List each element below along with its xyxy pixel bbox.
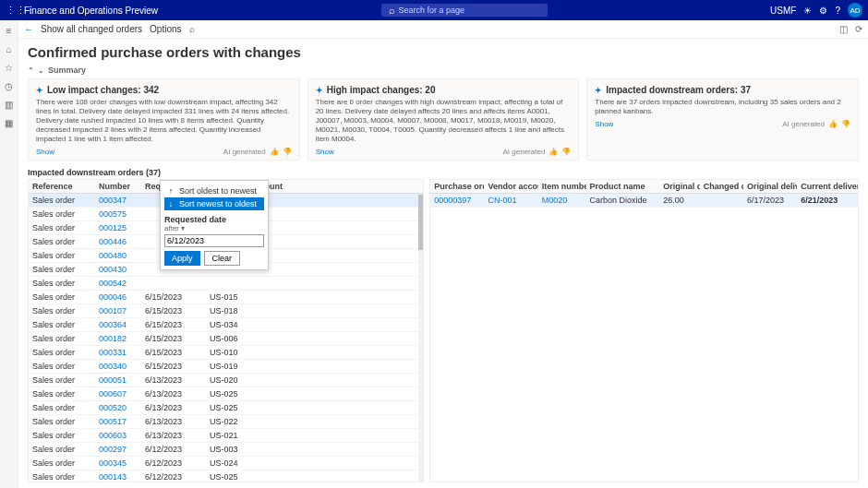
cell-number[interactable]: 000143 — [95, 470, 141, 481]
cell-number[interactable]: 000340 — [95, 360, 141, 373]
chevron-down-icon[interactable]: ▾ — [181, 224, 185, 232]
clear-button[interactable]: Clear — [204, 251, 241, 266]
table-row[interactable]: Sales order0003406/15/2023US-019 — [29, 360, 423, 374]
bell-icon[interactable]: ☀ — [803, 6, 812, 16]
home-icon[interactable]: ⌂ — [3, 42, 16, 55]
details-header[interactable]: Purchase order Vendor account Item numbe… — [430, 180, 858, 194]
cell-number[interactable]: 000517 — [95, 415, 141, 428]
filter-date-input[interactable] — [164, 234, 264, 247]
col-vendor[interactable]: Vendor account — [484, 180, 537, 193]
thumbs-down-icon[interactable]: 👎 — [841, 120, 850, 128]
show-all-link[interactable]: Show all changed orders — [41, 24, 142, 34]
thumbs-down-icon[interactable]: 👎 — [283, 148, 292, 156]
col-curr-date[interactable]: Current delivery date — [797, 180, 858, 193]
apply-button[interactable]: Apply — [164, 251, 200, 266]
help-icon[interactable]: ? — [835, 6, 840, 16]
filter-popup: ↑Sort oldest to newest ↓Sort newest to o… — [160, 180, 269, 270]
cell-number[interactable]: 000520 — [95, 401, 141, 414]
cell-number[interactable]: 000364 — [95, 318, 141, 331]
col-orig-qty[interactable]: Original q... — [659, 180, 699, 193]
details-body[interactable]: 00000397CN-001M0020Carbon Dioxide26.006/… — [430, 194, 858, 481]
cell-po[interactable]: 00000397 — [430, 194, 484, 207]
col-reference[interactable]: Reference — [29, 180, 95, 193]
cell-account: US-018 — [206, 304, 307, 317]
col-chg-qty[interactable]: Changed q... — [700, 180, 743, 193]
waffle-icon[interactable]: ⋮⋮⋮ — [6, 5, 20, 17]
thumbs-down-icon[interactable]: 👎 — [561, 148, 571, 156]
table-row[interactable]: Sales order0006036/13/2023US-021 — [29, 429, 423, 443]
card-show-link[interactable]: Show — [595, 120, 613, 128]
scrollbar[interactable] — [418, 195, 423, 482]
star-icon[interactable]: ☆ — [3, 61, 16, 74]
gear-icon[interactable]: ⚙ — [819, 6, 827, 16]
cell-vendor[interactable]: CN-001 — [484, 194, 537, 207]
card-show-link[interactable]: Show — [36, 148, 54, 156]
cell-number[interactable]: 000125 — [95, 221, 141, 234]
cell-number[interactable]: 000480 — [95, 249, 141, 262]
table-row[interactable]: Sales order0001826/15/2023US-006 — [29, 332, 423, 346]
company-label[interactable]: USMF — [770, 6, 796, 16]
cell-number[interactable]: 000297 — [95, 443, 141, 456]
cell-number[interactable]: 000430 — [95, 263, 141, 276]
sort-desc-icon: ↓ — [166, 199, 175, 208]
thumbs-up-icon[interactable]: 👍 — [549, 148, 558, 156]
table-row[interactable]: Sales order0005176/13/2023US-022 — [29, 415, 423, 429]
cell-ref: Sales order — [29, 235, 95, 248]
cell-date: 6/15/2023 — [141, 346, 206, 359]
table-row[interactable]: Sales order0000466/15/2023US-015 — [29, 291, 423, 304]
table-row[interactable]: 00000397CN-001M0020Carbon Dioxide26.006/… — [430, 194, 858, 208]
cell-number[interactable]: 000107 — [95, 304, 141, 317]
cell-number[interactable]: 000607 — [95, 387, 141, 400]
cell-ref: Sales order — [29, 249, 95, 262]
sort-desc[interactable]: ↓Sort newest to oldest — [164, 197, 264, 210]
refresh-icon[interactable]: ⟳ — [855, 24, 862, 34]
cell-number[interactable]: 000446 — [95, 235, 141, 248]
cell-number[interactable]: 000542 — [95, 277, 141, 290]
cell-account — [206, 277, 307, 290]
hamburger-icon[interactable]: ≡ — [3, 24, 16, 37]
card-show-link[interactable]: Show — [316, 148, 334, 156]
table-row[interactable]: Sales order0006076/13/2023US-025 — [29, 387, 423, 401]
search-input[interactable]: ⌕ Search for a page — [381, 4, 548, 17]
cell-number[interactable]: 000051 — [95, 374, 141, 387]
col-number[interactable]: Number — [95, 180, 141, 193]
avatar[interactable]: AD — [848, 3, 862, 18]
attach-icon[interactable]: ◫ — [839, 24, 848, 34]
table-row[interactable]: Sales order000542 — [29, 277, 423, 291]
cell-date: 6/12/2023 — [141, 457, 206, 470]
clock-icon[interactable]: ◷ — [3, 79, 16, 92]
cell-date: 6/12/2023 — [141, 443, 206, 456]
modules-icon[interactable]: ▦ — [3, 116, 16, 129]
search-icon[interactable]: ⌕ — [189, 24, 195, 34]
sort-asc[interactable]: ↑Sort oldest to newest — [164, 184, 264, 197]
table-row[interactable]: Sales order0003456/12/2023US-024 — [29, 457, 423, 470]
cell-number[interactable]: 000603 — [95, 429, 141, 442]
scrollbar-thumb[interactable] — [418, 195, 423, 250]
cell-number[interactable]: 000575 — [95, 208, 141, 220]
cell-item[interactable]: M0020 — [538, 194, 586, 207]
thumbs-up-icon[interactable]: 👍 — [828, 120, 838, 128]
cell-number[interactable]: 000345 — [95, 457, 141, 470]
table-row[interactable]: Sales order0003646/15/2023US-034 — [29, 318, 423, 332]
table-row[interactable]: Sales order0000516/13/2023US-020 — [29, 374, 423, 387]
col-item[interactable]: Item number — [538, 180, 586, 193]
cell-number[interactable]: 000182 — [95, 332, 141, 345]
expand-icon[interactable]: ⌄ — [38, 66, 44, 75]
col-product[interactable]: Product name — [586, 180, 660, 193]
col-po[interactable]: Purchase order — [430, 180, 484, 193]
table-row[interactable]: Sales order0001076/15/2023US-018 — [29, 304, 423, 318]
options-link[interactable]: Options — [150, 24, 181, 34]
cell-number[interactable]: 000331 — [95, 346, 141, 359]
table-row[interactable]: Sales order0001436/12/2023US-025 — [29, 470, 423, 481]
cell-number[interactable]: 000046 — [95, 291, 141, 304]
table-row[interactable]: Sales order0003316/15/2023US-010 — [29, 346, 423, 360]
table-row[interactable]: Sales order0002976/12/2023US-003 — [29, 443, 423, 457]
cell-number[interactable]: 000347 — [95, 194, 141, 207]
thumbs-up-icon[interactable]: 👍 — [270, 148, 279, 156]
back-icon[interactable]: ← — [24, 24, 33, 34]
table-row[interactable]: Sales order0005206/13/2023US-025 — [29, 401, 423, 415]
cell-account: US-021 — [206, 429, 307, 442]
col-orig-date[interactable]: Original delivery d... — [743, 180, 797, 193]
collapse-icon[interactable]: ⌃ — [28, 66, 34, 75]
pin-icon[interactable]: ▥ — [3, 98, 16, 111]
